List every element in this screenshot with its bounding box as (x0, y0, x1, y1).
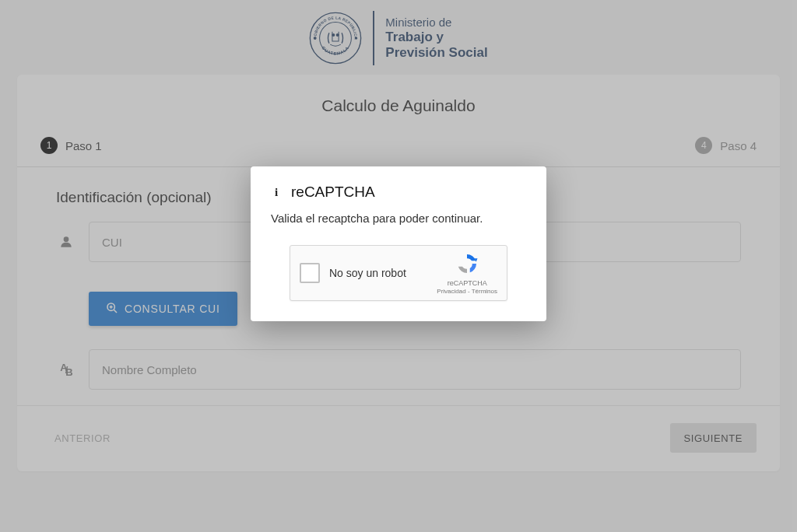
modal-message: Valida el recaptcha para poder continuar… (271, 212, 526, 225)
modal-overlay[interactable]: i reCAPTCHA Valida el recaptcha para pod… (0, 0, 797, 532)
recaptcha-checkbox[interactable] (300, 263, 320, 283)
recaptcha-icon (455, 252, 479, 278)
info-icon: i (271, 186, 282, 199)
recaptcha-widget: No soy un robot reCAPTCHA Privacidad - T… (290, 245, 507, 301)
modal-header: i reCAPTCHA (271, 184, 526, 201)
recaptcha-brand-text: reCAPTCHA (448, 279, 487, 287)
recaptcha-branding: reCAPTCHA Privacidad - Términos (437, 252, 497, 295)
recaptcha-modal: i reCAPTCHA Valida el recaptcha para pod… (251, 166, 546, 321)
recaptcha-links[interactable]: Privacidad - Términos (437, 288, 497, 295)
modal-title: reCAPTCHA (291, 184, 375, 201)
recaptcha-label: No soy un robot (329, 267, 427, 279)
